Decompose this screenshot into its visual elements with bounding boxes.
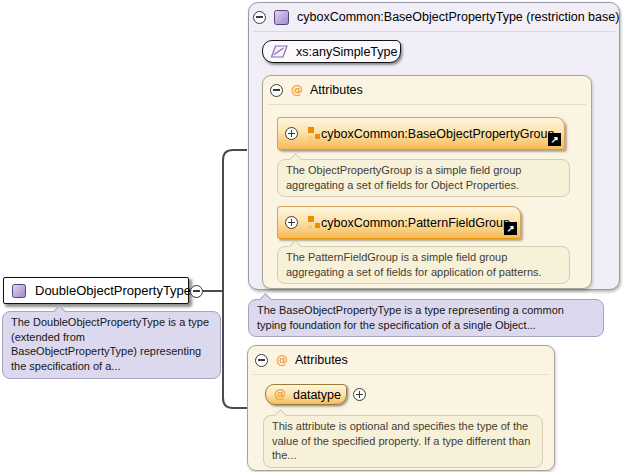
attribute-datatype[interactable]: datatype [265,384,347,405]
goto-definition-icon[interactable]: ↗ [548,133,561,146]
attribute-name: datatype [293,388,341,402]
element-annotation: The DoubleObjectPropertyType is a type (… [2,311,221,379]
attribute-at-icon [276,354,288,367]
complex-type-icon [274,10,289,25]
annotation-text: This attribute is optional and specifies… [272,420,530,461]
expand-toggle-group[interactable] [285,216,298,229]
element-double-object-property-type[interactable]: DoubleObjectPropertyType [3,277,189,304]
expand-toggle-group[interactable] [285,127,298,140]
local-attributes-section: Attributes datatype This attribute is op… [247,345,555,471]
attributes-label: Attributes [310,83,363,97]
divider [254,31,615,32]
group-label: cyboxCommon:PatternFieldGroup [321,216,514,230]
attributes-header: Attributes [255,353,348,367]
annotation-text: The BaseObjectPropertyType is a type rep… [257,304,564,331]
attribute-group-pattern-field-group[interactable]: cyboxCommon:PatternFieldGroup ↗ [277,206,521,239]
attribute-row-datatype: datatype [265,384,366,405]
collapse-toggle-attributes[interactable] [270,84,283,97]
attribute-group-icon [308,216,321,229]
base-type-header: cyboxCommon:BaseObjectPropertyType (rest… [253,9,619,25]
group-annotation: The ObjectPropertyGroup is a simple fiel… [277,159,570,197]
complex-type-icon [12,284,26,298]
attribute-group-icon [308,127,321,140]
annotation-text: The DoubleObjectPropertyType is a type (… [11,316,209,372]
collapse-toggle-element[interactable] [190,285,203,298]
base-simple-type-ref[interactable]: xs:anySimpleType [262,40,401,63]
group-annotation: The PatternFieldGroup is a simple field … [277,246,570,284]
attribute-group-base-object-property-group[interactable]: cyboxCommon:BaseObjectPropertyGroup ↗ [277,117,565,150]
simple-type-label: xs:anySimpleType [296,45,397,59]
base-type-panel: cyboxCommon:BaseObjectPropertyType (rest… [248,2,620,290]
attributes-header: Attributes [270,83,363,97]
attribute-annotation: This attribute is optional and specifies… [263,415,543,468]
schema-diagram: DoubleObjectPropertyType The DoubleObjec… [0,0,623,472]
divider [268,104,586,105]
attribute-at-icon [291,84,303,97]
annotation-text: The PatternFieldGroup is a simple field … [286,251,542,278]
attribute-at-icon [274,388,286,401]
simple-type-icon [271,45,288,58]
collapse-toggle-base-type[interactable] [253,11,266,24]
annotation-text: The ObjectPropertyGroup is a simple fiel… [286,164,521,191]
collapse-toggle-attributes[interactable] [255,354,268,367]
divider [253,374,549,375]
goto-definition-icon[interactable]: ↗ [504,222,517,235]
base-type-title: cyboxCommon:BaseObjectPropertyType (rest… [297,10,619,24]
base-attributes-section: Attributes cyboxCommon:BaseObjectPropert… [262,75,592,289]
expand-toggle-attribute[interactable] [353,388,366,401]
element-label: DoubleObjectPropertyType [35,283,191,298]
base-type-annotation: The BaseObjectPropertyType is a type rep… [248,299,604,337]
group-label: cyboxCommon:BaseObjectPropertyGroup [321,127,558,141]
attributes-label: Attributes [295,353,348,367]
